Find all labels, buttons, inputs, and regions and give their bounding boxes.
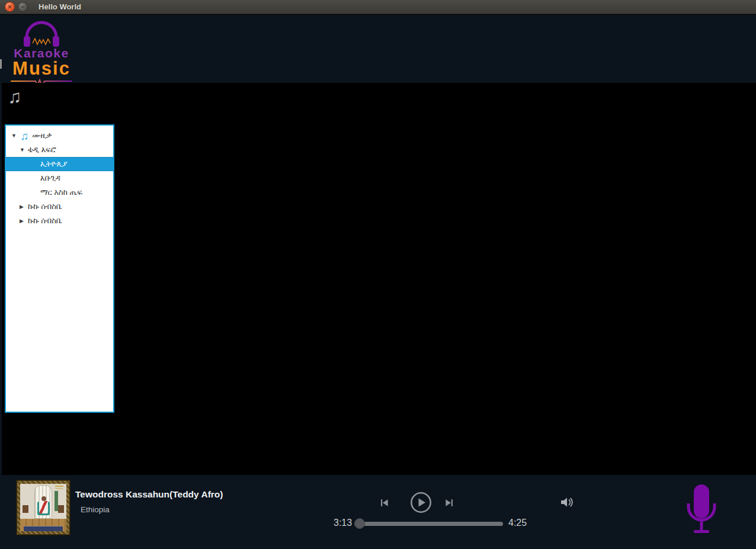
tree-item-abugida[interactable]: አቡጊዳ	[6, 171, 113, 185]
music-note-icon: ♫	[8, 88, 21, 106]
tree-item-kuku-sebsibe-2[interactable]: ▶ ኩኩ ሰብስቤ	[6, 214, 113, 228]
minimize-icon[interactable]: −	[18, 2, 28, 12]
total-time: 4:25	[508, 518, 527, 528]
volume-icon[interactable]	[560, 496, 574, 509]
tree-item-label: ቴዲ አፍሮ	[28, 145, 56, 155]
logo-text-music: Music	[8, 59, 75, 78]
tree-item-label: ኩኩ ሰብስቤ	[28, 202, 62, 211]
music-note-icon: ♫	[20, 130, 28, 142]
tree-item-ethiopia-selected[interactable]: ኢትዮጲያ	[6, 157, 113, 171]
elapsed-time: 3:13	[334, 518, 352, 528]
album-art	[17, 480, 70, 535]
track-title: Tewodross Kassahun(Teddy Afro)	[75, 489, 223, 500]
tree-item-mar-eske-tef[interactable]: ማር እስከ ጤፍ	[6, 185, 113, 200]
expand-arrow-icon[interactable]: ▼	[11, 133, 18, 139]
tree-item-teddy-afro[interactable]: ▼ ቴዲ አፍሮ	[6, 143, 113, 157]
app-logo: Karaoke Music	[8, 17, 75, 88]
tree-item-muzika[interactable]: ▼ ♫ ሙዚቃ	[6, 129, 113, 143]
play-icon[interactable]	[410, 492, 432, 513]
microphone-icon[interactable]	[686, 483, 717, 538]
progress-thumb[interactable]	[354, 518, 365, 529]
album-art-scene	[20, 484, 66, 531]
window-titlebar: ✕ − Hello World	[0, 0, 756, 14]
progress-slider[interactable]	[354, 522, 503, 526]
headphones-icon	[21, 17, 62, 49]
expand-arrow-icon[interactable]: ▼	[20, 147, 27, 153]
tree-item-label: ኢትዮጲያ	[40, 159, 68, 169]
window-title: Hello World	[39, 2, 81, 11]
collapse-arrow-icon[interactable]: ▶	[20, 218, 27, 224]
skip-next-icon[interactable]	[444, 497, 456, 509]
app-header: Karaoke Music	[0, 15, 756, 83]
tree-item-label: ማር እስከ ጤፍ	[40, 188, 82, 197]
tree-item-kuku-sebsibe-1[interactable]: ▶ ኩኩ ሰብስቤ	[6, 200, 113, 214]
logo-text-karaoke: Karaoke	[8, 47, 75, 59]
library-tree[interactable]: ▼ ♫ ሙዚቃ ▼ ቴዲ አፍሮ ኢትዮጲያ አቡጊዳ ማር እስከ ጤፍ ▶ …	[5, 124, 114, 413]
left-edge-strip	[0, 83, 2, 475]
tree-item-label: ኩኩ ሰብስቤ	[28, 216, 62, 226]
tree-item-label: አቡጊዳ	[40, 174, 60, 183]
close-icon[interactable]: ✕	[5, 2, 15, 12]
collapse-arrow-icon[interactable]: ▶	[20, 204, 27, 210]
tree-item-label: ሙዚቃ	[32, 131, 52, 140]
track-subtitle: Ethiopia	[81, 505, 110, 514]
main-content: ♫ ▼ ♫ ሙዚቃ ▼ ቴዲ አፍሮ ኢትዮጲያ አቡጊዳ ማር እስከ ጤፍ …	[0, 83, 756, 475]
window-edge-handle[interactable]	[0, 59, 2, 69]
skip-previous-icon[interactable]	[378, 497, 390, 509]
player-bar: Tewodross Kassahun(Teddy Afro) Ethiopia …	[0, 475, 756, 549]
